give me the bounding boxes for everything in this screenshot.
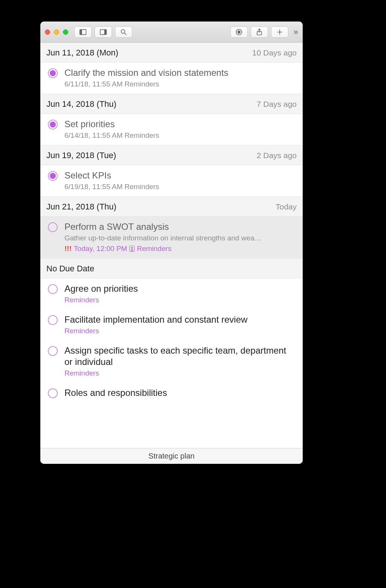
task-row[interactable]: Roles and responsibilities Reminders — [40, 383, 303, 400]
section-relative: 10 Days ago — [252, 48, 297, 57]
task-body: Perform a SWOT analysis Gather up-to-dat… — [64, 221, 297, 253]
task-meta: !!! Today, 12:00 PM Reminders — [64, 245, 297, 253]
section-relative: 7 Days ago — [257, 100, 297, 109]
section-date: Jun 21, 2018 (Thu) — [46, 202, 116, 212]
app-window: » Jun 11, 2018 (Mon) 10 Days ago Clarify… — [40, 22, 303, 464]
svg-line-5 — [125, 33, 127, 35]
task-body: Facilitate implementation and constant r… — [64, 314, 297, 335]
sidebar-left-icon — [79, 28, 87, 36]
search-icon — [120, 28, 127, 36]
task-subtitle: 6/14/18, 11:55 AM Reminders — [64, 131, 297, 140]
section-relative: 2 Days ago — [257, 151, 297, 160]
task-body: Agree on priorities Reminders — [64, 283, 297, 304]
task-list-link[interactable]: Reminders — [64, 369, 297, 377]
task-list[interactable]: Jun 11, 2018 (Mon) 10 Days ago Clarify t… — [40, 43, 303, 448]
meta-list: Reminders — [137, 245, 172, 253]
minimize-window-button[interactable] — [54, 29, 59, 35]
task-list-link[interactable]: Reminders — [64, 327, 297, 335]
task-subtitle: 6/11/18, 11:55 AM Reminders — [64, 80, 297, 88]
section-date: Jun 14, 2018 (Thu) — [46, 99, 116, 109]
task-checkbox[interactable] — [48, 284, 58, 294]
section-header: No Due Date — [40, 258, 303, 279]
svg-rect-3 — [104, 29, 107, 34]
section-header: Jun 19, 2018 (Tue) 2 Days ago — [40, 145, 303, 165]
task-list-link[interactable]: Reminders — [64, 296, 297, 304]
task-title: Agree on priorities — [64, 283, 297, 294]
titlebar: » — [40, 22, 303, 43]
task-body: Assign specific tasks to each specific t… — [64, 345, 297, 377]
task-body: Clarify the mission and vision statement… — [64, 67, 297, 88]
priority-marker: !!! — [64, 245, 72, 253]
content-area: Jun 11, 2018 (Mon) 10 Days ago Clarify t… — [40, 43, 303, 464]
section-date: No Due Date — [46, 264, 94, 274]
task-checkbox[interactable] — [48, 315, 58, 325]
sidebar-right-icon — [100, 28, 107, 36]
task-row[interactable]: Perform a SWOT analysis Gather up-to-dat… — [40, 217, 303, 258]
share-icon — [256, 28, 263, 36]
record-button[interactable] — [230, 26, 248, 38]
task-subtitle: 6/19/18, 11:55 AM Reminders — [64, 183, 297, 191]
task-title: Select KPIs — [64, 170, 297, 181]
svg-rect-1 — [80, 29, 82, 34]
section-header: Jun 21, 2018 (Thu) Today — [40, 196, 303, 217]
task-title: Facilitate implementation and constant r… — [64, 314, 297, 325]
footer-bar: Strategic plan — [40, 448, 303, 464]
task-row[interactable]: Clarify the mission and vision statement… — [40, 63, 303, 94]
section-date: Jun 19, 2018 (Tue) — [46, 151, 116, 160]
footer-title: Strategic plan — [149, 452, 195, 460]
sidebar-left-button[interactable] — [74, 26, 92, 38]
record-icon — [235, 28, 243, 36]
section-date: Jun 11, 2018 (Mon) — [46, 48, 118, 58]
task-body: Roles and responsibilities Reminders — [64, 387, 297, 395]
close-window-button[interactable] — [45, 29, 50, 35]
task-row[interactable]: Assign specific tasks to each specific t… — [40, 340, 303, 383]
section-relative: Today — [276, 202, 297, 211]
task-row[interactable]: Facilitate implementation and constant r… — [40, 309, 303, 340]
task-title: Perform a SWOT analysis — [64, 221, 297, 232]
zoom-window-button[interactable] — [63, 29, 68, 35]
section-header: Jun 11, 2018 (Mon) 10 Days ago — [40, 43, 303, 63]
task-body: Set priorities 6/14/18, 11:55 AM Reminde… — [64, 119, 297, 140]
task-checkbox[interactable] — [48, 346, 58, 356]
task-row[interactable]: Set priorities 6/14/18, 11:55 AM Reminde… — [40, 114, 303, 145]
list-icon — [129, 246, 135, 252]
task-title: Set priorities — [64, 119, 297, 130]
task-checkbox[interactable] — [48, 171, 58, 181]
traffic-lights — [45, 29, 68, 35]
task-checkbox[interactable] — [48, 120, 58, 129]
task-checkbox[interactable] — [48, 68, 58, 78]
toolbar-overflow-button[interactable]: » — [291, 27, 298, 37]
section-header: Jun 14, 2018 (Thu) 7 Days ago — [40, 94, 303, 114]
task-body: Select KPIs 6/19/18, 11:55 AM Reminders — [64, 170, 297, 191]
task-subtitle: Gather up-to-date information on interna… — [64, 234, 297, 242]
plus-icon — [276, 28, 283, 36]
task-row[interactable]: Agree on priorities Reminders — [40, 279, 303, 309]
task-row[interactable]: Select KPIs 6/19/18, 11:55 AM Reminders — [40, 165, 303, 196]
search-button[interactable] — [115, 26, 132, 38]
add-button[interactable] — [271, 26, 288, 38]
sidebar-right-button[interactable] — [95, 26, 112, 38]
task-title: Assign specific tasks to each specific t… — [64, 345, 297, 368]
task-checkbox[interactable] — [48, 388, 58, 398]
share-button[interactable] — [251, 26, 268, 38]
svg-point-4 — [121, 29, 125, 33]
task-list-link[interactable]: Reminders — [64, 400, 297, 400]
svg-point-7 — [237, 30, 240, 33]
meta-time: Today, 12:00 PM — [74, 245, 127, 253]
task-title: Roles and responsibilities — [64, 387, 297, 399]
task-title: Clarify the mission and vision statement… — [64, 67, 297, 79]
task-checkbox[interactable] — [48, 222, 58, 232]
